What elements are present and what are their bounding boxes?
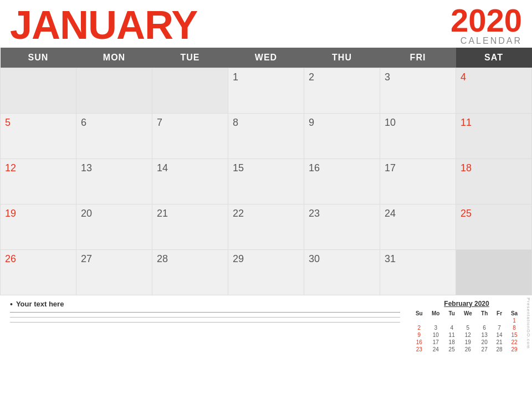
day-cell-2: 2 <box>304 68 380 113</box>
underline-2 <box>10 317 400 318</box>
table-row: 5 6 7 8 9 10 11 <box>1 113 532 158</box>
mini-day: 2 <box>411 324 427 331</box>
calendar-grid: SUN MON TUE WED THU FRI SAT 1 2 3 4 5 6 … <box>0 48 532 295</box>
day-cell-23: 23 <box>304 204 380 249</box>
day-cell-4: 4 <box>456 68 532 113</box>
underline-1 <box>10 312 400 313</box>
mini-header-tu: Tu <box>444 310 459 317</box>
mini-header-sa: Sa <box>507 310 522 317</box>
mini-header-su: Su <box>411 310 427 317</box>
mini-day: 8 <box>507 324 522 331</box>
header-wed: WED <box>228 48 304 68</box>
mini-day: 10 <box>427 331 444 339</box>
mini-calendar: February 2020 Su Mo Tu We Th Fr Sa <box>411 300 522 353</box>
year-block: 2020 CALENDAR <box>451 4 522 45</box>
underline-3 <box>10 322 400 323</box>
day-cell-9: 9 <box>304 113 380 158</box>
mini-day: 11 <box>444 331 459 339</box>
day-cell-25: 25 <box>456 204 532 249</box>
table-row: 1 2 3 4 <box>1 68 532 113</box>
mini-day: 14 <box>492 331 507 339</box>
day-cell-8: 8 <box>228 113 304 158</box>
day-cell-1: 1 <box>228 68 304 113</box>
mini-cal-table: Su Mo Tu We Th Fr Sa 1 <box>411 310 522 353</box>
mini-day: 6 <box>477 324 492 331</box>
day-cell-29: 29 <box>228 249 304 295</box>
day-cell-26: 26 <box>1 249 76 295</box>
header-sun: SUN <box>1 48 76 68</box>
mini-day: 26 <box>459 346 477 353</box>
mini-day: 22 <box>507 339 522 346</box>
mini-day: 4 <box>444 324 459 331</box>
mini-day <box>459 317 477 324</box>
note-text: Your text here <box>16 300 64 308</box>
year-number: 2020 <box>451 4 522 37</box>
mini-cal-header: Su Mo Tu We Th Fr Sa <box>411 310 522 317</box>
mini-header-we: We <box>459 310 477 317</box>
mini-day <box>411 317 427 324</box>
watermark-text: PresentationGO.com <box>525 296 532 353</box>
table-row: 19 20 21 22 23 24 25 <box>1 204 532 249</box>
day-cell-17: 17 <box>380 158 456 204</box>
day-cell-27: 27 <box>76 249 152 295</box>
mini-day <box>492 317 507 324</box>
mini-day: 19 <box>459 339 477 346</box>
mini-day: 20 <box>477 339 492 346</box>
mini-day: 12 <box>459 331 477 339</box>
bullet-icon: • <box>10 300 13 309</box>
mini-day: 29 <box>507 346 522 353</box>
table-row: 2 3 4 5 6 7 8 <box>411 324 522 331</box>
mini-header-th: Th <box>477 310 492 317</box>
mini-day: 1 <box>507 317 522 324</box>
day-cell-10: 10 <box>380 113 456 158</box>
calendar-label: CALENDAR <box>451 37 522 45</box>
mini-header-mo: Mo <box>427 310 444 317</box>
mini-day <box>427 317 444 324</box>
day-cell-24: 24 <box>380 204 456 249</box>
day-cell-22: 22 <box>228 204 304 249</box>
calendar-header-row: SUN MON TUE WED THU FRI SAT <box>1 48 532 68</box>
mini-day: 18 <box>444 339 459 346</box>
mini-cal-title: February 2020 <box>411 300 522 308</box>
header-mon: MON <box>76 48 152 68</box>
day-cell-16: 16 <box>304 158 380 204</box>
mini-day: 9 <box>411 331 427 339</box>
day-cell-empty <box>1 68 76 113</box>
day-cell-28: 28 <box>152 249 228 295</box>
mini-day: 21 <box>492 339 507 346</box>
day-cell-30: 30 <box>304 249 380 295</box>
mini-day: 13 <box>477 331 492 339</box>
table-row: 23 24 25 26 27 28 29 <box>411 346 522 353</box>
mini-day: 7 <box>492 324 507 331</box>
day-cell-empty <box>76 68 152 113</box>
notes-area: • Your text here <box>10 300 400 327</box>
mini-day <box>444 317 459 324</box>
day-cell-21: 21 <box>152 204 228 249</box>
header-fri: FRI <box>380 48 456 68</box>
footer: • Your text here February 2020 Su Mo Tu … <box>0 296 532 353</box>
day-cell-6: 6 <box>76 113 152 158</box>
day-cell-empty <box>152 68 228 113</box>
mini-day: 15 <box>507 331 522 339</box>
day-cell-13: 13 <box>76 158 152 204</box>
mini-day <box>477 317 492 324</box>
day-cell-7: 7 <box>152 113 228 158</box>
mini-day: 5 <box>459 324 477 331</box>
mini-day: 3 <box>427 324 444 331</box>
mini-day: 16 <box>411 339 427 346</box>
day-cell-12: 12 <box>1 158 76 204</box>
day-cell-20: 20 <box>76 204 152 249</box>
header-tue: TUE <box>152 48 228 68</box>
mini-day: 28 <box>492 346 507 353</box>
day-cell-empty-last <box>456 249 532 295</box>
day-cell-11: 11 <box>456 113 532 158</box>
table-row: 1 <box>411 317 522 324</box>
day-cell-31: 31 <box>380 249 456 295</box>
day-cell-19: 19 <box>1 204 76 249</box>
mini-day: 24 <box>427 346 444 353</box>
table-row: 26 27 28 29 30 31 <box>1 249 532 295</box>
day-cell-18: 18 <box>456 158 532 204</box>
month-title: JANUARY <box>10 5 197 45</box>
calendar-body: 1 2 3 4 5 6 7 8 9 10 11 12 13 14 15 16 1… <box>1 68 532 295</box>
mini-day: 23 <box>411 346 427 353</box>
